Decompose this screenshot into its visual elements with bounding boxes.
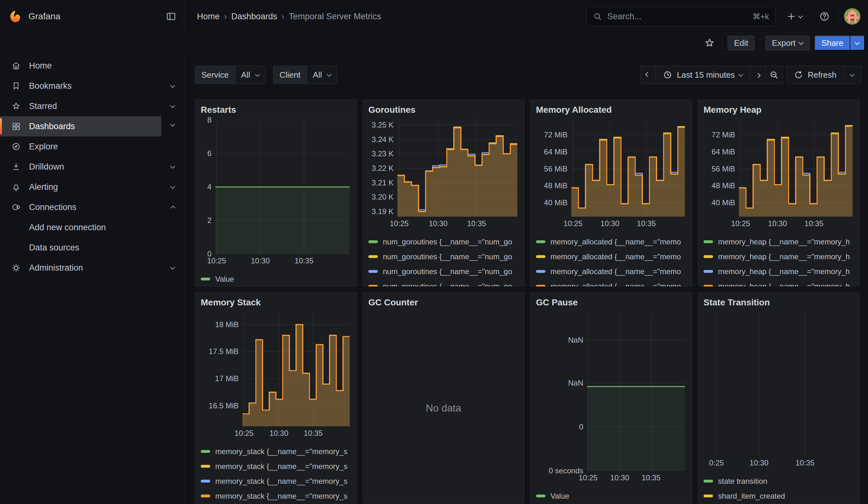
legend-item[interactable]: memory_allocated {__name__="memo xyxy=(536,264,686,279)
goroutines-chart[interactable]: 3.25 K3.24 K3.23 K3.22 K3.21 K3.20 K3.19… xyxy=(368,120,519,231)
panel-title[interactable]: Memory Allocated xyxy=(536,104,686,116)
sidebar-item-data-sources[interactable]: Data sources xyxy=(0,237,184,258)
panel-title[interactable]: GC Counter xyxy=(368,297,519,308)
panel-left-icon xyxy=(166,11,176,22)
sidebar-item-drilldown[interactable]: Drilldown xyxy=(0,157,184,177)
search-input[interactable]: Search... ⌘+k xyxy=(586,7,776,26)
chevron-up-icon[interactable] xyxy=(170,205,175,210)
memory-allocated-chart[interactable]: 72 MiB64 MiB56 MiB48 MiB40 MiB10:2510:30… xyxy=(536,120,686,231)
chevron-down-icon xyxy=(327,72,332,77)
zoom-out-button[interactable] xyxy=(766,66,783,84)
panel-title[interactable]: Memory Heap xyxy=(704,104,854,116)
plot-area[interactable]: 3.25 K3.24 K3.23 K3.22 K3.21 K3.20 K3.19… xyxy=(397,120,517,217)
breadcrumb-dashboards[interactable]: Dashboards xyxy=(231,12,277,21)
sidebar-item-explore[interactable]: Explore xyxy=(0,136,184,157)
plot-area[interactable]: 18 MiB17.5 MiB17 MiB16.5 MiB xyxy=(242,313,350,426)
sidebar-item-alerting[interactable]: Alerting xyxy=(0,177,184,197)
chevron-down-icon[interactable] xyxy=(170,122,175,127)
brand-name[interactable]: Grafana xyxy=(28,11,166,21)
panel-restarts: Restarts 8642010:2510:3010:35 Value xyxy=(195,100,357,287)
y-axis-label: 0 xyxy=(579,422,583,431)
service-value: All xyxy=(241,70,250,80)
legend-item[interactable]: memory_allocated {__name__="memo xyxy=(536,234,686,249)
legend-item[interactable]: memory_heap {__name__="memory_h xyxy=(704,279,854,287)
panel-title[interactable]: Restarts xyxy=(201,104,351,116)
client-dropdown[interactable]: All xyxy=(307,66,337,84)
restarts-chart[interactable]: 8642010:2510:3010:35 xyxy=(201,120,351,268)
edit-button[interactable]: Edit xyxy=(727,36,755,51)
legend-item[interactable]: memory_heap {__name__="memory_h xyxy=(704,249,854,264)
sidebar-item-dashboards[interactable]: Dashboards xyxy=(0,116,161,136)
plot-area[interactable]: 72 MiB64 MiB56 MiB48 MiB40 MiB xyxy=(571,120,685,217)
legend-item[interactable]: shard_item_created xyxy=(704,488,854,503)
plot-area[interactable]: 72 MiB64 MiB56 MiB48 MiB40 MiB xyxy=(739,120,852,217)
sidebar-item-administration[interactable]: Administration xyxy=(0,258,184,278)
legend-item[interactable]: memory_allocated {__name__="memo xyxy=(536,249,686,264)
time-back-button[interactable] xyxy=(640,66,656,84)
legend-item[interactable]: memory_stack {__name__="memory_s xyxy=(201,459,351,474)
sidebar-item-home[interactable]: Home xyxy=(0,55,184,76)
breadcrumb-home[interactable]: Home xyxy=(197,12,220,21)
legend-item[interactable]: num_goroutines {__name__="num_go xyxy=(368,234,519,249)
memory-stack-chart[interactable]: 18 MiB17.5 MiB17 MiB16.5 MiB10:2510:3010… xyxy=(201,313,351,441)
sidebar-item-add-new-connection[interactable]: Add new connection xyxy=(0,217,184,237)
plot-area[interactable]: 86420 xyxy=(215,120,350,254)
sidebar-item-bookmarks[interactable]: Bookmarks xyxy=(0,76,184,96)
legend-item[interactable]: memory_stack {__name__="memory_s xyxy=(201,474,351,488)
y-axis-label: 64 MiB xyxy=(711,147,735,156)
gc-pause-chart[interactable]: NaNNaN00 seconds10:2510:3010:35 xyxy=(536,313,686,485)
add-button[interactable] xyxy=(784,9,805,24)
x-axis-label: 10:25 xyxy=(579,473,598,482)
y-axis-label: 56 MiB xyxy=(544,165,568,173)
share-menu-button[interactable] xyxy=(850,36,865,51)
sidebar-collapse-button[interactable] xyxy=(166,11,176,22)
sidebar-item-label: Starred xyxy=(29,101,171,111)
search-placeholder: Search... xyxy=(607,12,747,21)
favorite-star-button[interactable] xyxy=(702,35,717,51)
sidebar-item-connections[interactable]: Connections xyxy=(0,197,184,217)
legend-item[interactable]: Value xyxy=(201,271,351,286)
panel-title[interactable]: GC Pause xyxy=(536,297,686,308)
legend-item[interactable]: num_goroutines {__name__="num_go xyxy=(368,279,519,287)
refresh-button[interactable]: Refresh xyxy=(787,66,844,84)
legend-item[interactable]: memory_stack {__name__="memory_s xyxy=(201,488,351,503)
x-axis-label: 10:30 xyxy=(768,219,787,228)
bell-icon xyxy=(11,182,21,192)
x-axis-label: 10:30 xyxy=(600,219,619,228)
state-transition-chart[interactable]: 0:2510:3010:35 xyxy=(704,313,854,471)
breadcrumb-separator: › xyxy=(281,12,285,21)
legend-item[interactable]: memory_heap {__name__="memory_h xyxy=(704,264,854,279)
drilldown-icon xyxy=(11,162,21,172)
sidebar-item-starred[interactable]: Starred xyxy=(0,96,184,116)
panel-title[interactable]: State Transition xyxy=(704,297,854,308)
legend-item[interactable]: num_goroutines {__name__="num_go xyxy=(368,264,519,279)
panel-grid: Restarts 8642010:2510:3010:35 Value Goro… xyxy=(195,100,861,504)
time-range-picker[interactable]: Last 15 minutes xyxy=(656,66,750,84)
refresh-label: Refresh xyxy=(808,70,836,80)
legend-item[interactable]: num_goroutines {__name__="num_go xyxy=(368,249,519,264)
grafana-logo[interactable] xyxy=(8,10,21,23)
panel-title[interactable]: Goroutines xyxy=(368,104,519,116)
x-axis: 10:2510:3010:35 xyxy=(242,426,350,441)
x-axis-label: 10:30 xyxy=(270,429,289,438)
legend-item[interactable]: memory_heap {__name__="memory_h xyxy=(704,234,854,249)
share-button[interactable]: Share xyxy=(815,36,850,51)
legend-item[interactable]: state transition xyxy=(704,474,854,488)
help-button[interactable] xyxy=(817,9,832,24)
plot-area[interactable] xyxy=(709,313,852,456)
user-avatar[interactable] xyxy=(844,8,860,25)
top-bar: Grafana Home › Dashboards › Temporal Ser… xyxy=(0,0,868,33)
legend-swatch xyxy=(201,278,210,280)
legend-item[interactable]: Value xyxy=(536,488,686,503)
panel-title[interactable]: Memory Stack xyxy=(201,297,351,308)
plot-area[interactable]: NaNNaN00 seconds xyxy=(587,313,685,471)
x-axis: 10:2510:3010:35 xyxy=(397,217,517,231)
refresh-interval-button[interactable] xyxy=(844,66,861,84)
export-button[interactable]: Export xyxy=(765,36,809,51)
service-dropdown[interactable]: All xyxy=(235,66,265,84)
memory-heap-chart[interactable]: 72 MiB64 MiB56 MiB48 MiB40 MiB10:2510:30… xyxy=(704,120,854,231)
legend-item[interactable]: memory_stack {__name__="memory_s xyxy=(201,444,351,459)
time-forward-button[interactable] xyxy=(750,66,766,84)
legend-label: memory_allocated {__name__="memo xyxy=(550,237,681,246)
legend-item[interactable]: memory_allocated {__name__="memo xyxy=(536,279,686,287)
